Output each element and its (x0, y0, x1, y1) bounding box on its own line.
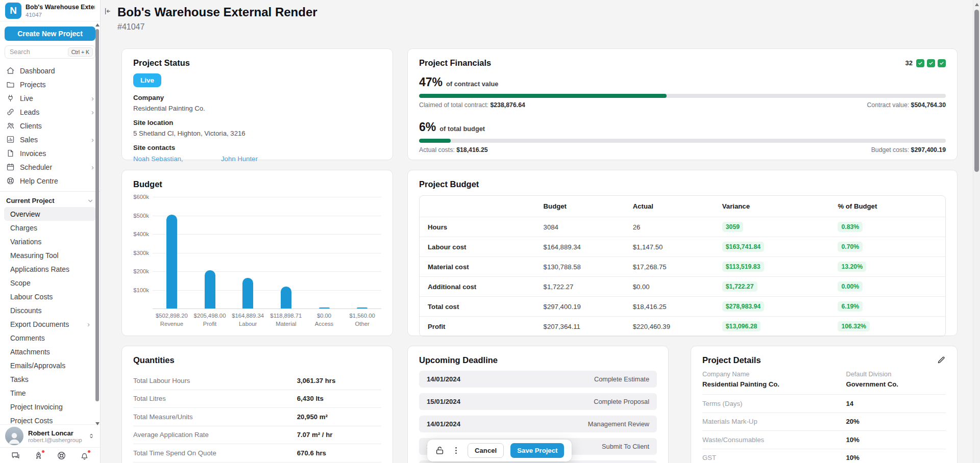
pct-cell: 0.70% (829, 237, 945, 257)
project-menu-item[interactable]: Attachments › (4, 345, 96, 358)
collapse-sidebar-button[interactable] (103, 7, 113, 18)
sidebar-nav-label: Live (20, 94, 33, 102)
pct-pill: 0.70% (838, 242, 863, 252)
sidebar-scrollbar[interactable] (95, 22, 100, 426)
sidebar-nav-item[interactable]: Live › (0, 91, 100, 105)
project-menu-item[interactable]: Applications Rates › (4, 262, 96, 276)
deadline-date: 14/01/2024 (427, 375, 460, 383)
sidebar-nav-item[interactable]: Sales › (0, 133, 100, 146)
y-tick-label: $500k (133, 213, 149, 219)
financial-progress-section: 47% of contract value Claimed of total c… (419, 75, 946, 109)
quantity-value: 6,430 lts (297, 395, 324, 402)
contact-link[interactable]: Noah Sebastian, (133, 155, 221, 163)
row-label: Additional cost (420, 277, 535, 297)
current-project-section-header[interactable]: Current Project (0, 195, 100, 207)
edit-pencil-icon[interactable] (937, 355, 946, 365)
variance-cell: $13,096.28 (714, 317, 830, 337)
main-scrollbar-thumb[interactable] (974, 10, 979, 172)
quantity-row: Average Application Rate 7.07 m² / hr (133, 426, 381, 445)
current-project-menu: Overview › Charges › Variations › Measur… (0, 207, 100, 427)
sidebar-nav-item[interactable]: Invoices › (0, 146, 100, 160)
rocket-icon (34, 453, 43, 462)
bar-column (191, 270, 229, 308)
table-row: Profit $207,364.11 $220,460.39 $13,096.2… (420, 317, 945, 337)
chart-plot-area (153, 197, 381, 308)
project-number: #41047 (117, 22, 144, 32)
workspace-switcher[interactable]: N Bob's Warehouse Externa... 41047 (0, 0, 100, 21)
user-profile-menu[interactable]: Robert Loncar robert.l@ushergroup.... (0, 424, 100, 447)
footer-icon[interactable] (80, 451, 89, 460)
sidebar-nav-item[interactable]: Leads › (0, 105, 100, 119)
quantity-value: 670.6 hrs (297, 449, 326, 457)
scroll-up-arrow-icon[interactable] (975, 3, 979, 6)
contact-link[interactable]: John Hunter (221, 155, 258, 163)
search-box[interactable]: Ctrl + K (5, 45, 95, 59)
sidebar-nav-item[interactable]: Scheduler › (0, 160, 100, 174)
project-menu-item[interactable]: Emails/Approvals › (4, 358, 96, 372)
quantity-label: Total Measure/Units (133, 413, 297, 421)
project-menu-item[interactable]: Tasks › (4, 372, 96, 386)
y-tick-label: $200k (133, 268, 149, 274)
chat-icon (11, 453, 20, 462)
project-menu-item[interactable]: Measuring Tool › (4, 248, 96, 262)
project-menu-item[interactable]: Discounts › (4, 303, 96, 317)
chevron-right-icon: › (91, 163, 94, 171)
lifebuoy-icon (57, 453, 66, 462)
detail-label: Terms (Days) (702, 400, 846, 407)
project-menu-item[interactable]: Comments › (4, 331, 96, 345)
sidebar-scrollbar-thumb[interactable] (95, 29, 99, 401)
budget-chart-card: Budget $600k$500k$400k$300k$200k$100k $5… (121, 170, 393, 336)
detail-value: 10% (846, 436, 859, 444)
bar-category-label: Profit (191, 320, 229, 328)
sidebar-divider (0, 191, 100, 192)
bar-revenue (166, 215, 177, 308)
sidebar-nav-label: Clients (20, 122, 42, 130)
scroll-up-arrow-icon[interactable] (95, 23, 100, 27)
sidebar-nav-item[interactable]: Clients › (0, 119, 100, 133)
progress-left-caption: Actual costs: $18,416.25 (419, 146, 488, 153)
footer-icon[interactable] (57, 451, 66, 460)
project-menu-label: Measuring Tool (10, 251, 59, 260)
footer-icon[interactable] (34, 451, 43, 460)
create-new-project-button[interactable]: Create New Project (5, 27, 95, 41)
app-logo: N (5, 3, 21, 19)
chevron-right-icon: › (87, 320, 90, 328)
chevron-up-down-icon (88, 432, 95, 440)
project-menu-item[interactable]: Time › (4, 386, 96, 400)
project-menu-label: Scope (10, 279, 31, 287)
search-input[interactable] (10, 48, 56, 56)
site-location-label: Site location (133, 119, 381, 126)
footer-icon[interactable] (11, 451, 20, 460)
project-menu-item[interactable]: Overview › (4, 207, 96, 221)
project-menu-item[interactable]: Labour Costs › (4, 290, 96, 303)
budget-cell: $164,889.34 (535, 237, 625, 257)
budget-title: Budget (133, 179, 381, 189)
bar-category-label: Other (343, 320, 381, 328)
scroll-down-arrow-icon[interactable] (95, 422, 100, 425)
save-project-button[interactable]: Save Project (510, 443, 564, 458)
chart-y-axis: $600k$500k$400k$300k$200k$100k (133, 197, 153, 308)
project-menu-item[interactable]: Scope › (4, 276, 96, 290)
sidebar-nav-item[interactable]: Help Centre › (0, 174, 100, 188)
kebab-menu-icon[interactable] (451, 446, 461, 455)
main-scrollbar[interactable] (973, 0, 980, 463)
details-rows: Terms (Days) 14 Materials Mark-Up 20% Wa… (702, 395, 946, 463)
project-menu-item[interactable]: Export Documents › (4, 317, 96, 331)
project-menu-item[interactable]: Charges › (4, 221, 96, 235)
chevron-right-icon: › (91, 136, 94, 143)
budget-cell: $297,400.19 (535, 297, 625, 317)
sidebar-nav-item[interactable]: Dashboard › (0, 64, 100, 78)
bar-column (267, 287, 305, 308)
project-menu-item[interactable]: Project Invoicing › (4, 400, 96, 414)
project-menu-item[interactable]: Variations › (4, 235, 96, 248)
sidebar-nav-item[interactable]: Projects › (0, 78, 100, 91)
pct-pill: 6.19% (838, 301, 863, 312)
sidebar-nav-label: Sales (20, 136, 38, 144)
deadline-label: Management Review (588, 420, 649, 428)
variance-cell: $113,519.83 (714, 257, 830, 277)
sidebar-nav: Dashboard › Projects › Live › Leads › Cl (0, 64, 100, 188)
row-label: Labour cost (420, 237, 535, 257)
lock-open-icon[interactable] (435, 446, 445, 455)
cancel-button[interactable]: Cancel (468, 443, 504, 458)
budget-cell: $130,788.58 (535, 257, 625, 277)
